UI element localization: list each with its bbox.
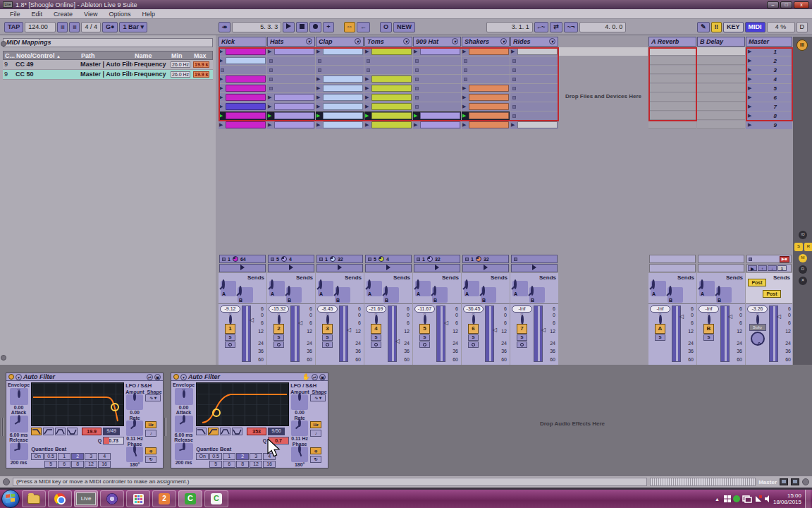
- solo-button[interactable]: S: [703, 334, 714, 341]
- clip[interactable]: [226, 112, 266, 119]
- clip-stop-icon[interactable]: [512, 114, 516, 118]
- clip-launch-icon[interactable]: ▶: [365, 103, 371, 110]
- clip-stop-icon[interactable]: [415, 68, 419, 72]
- clip[interactable]: [226, 85, 266, 92]
- tray-expand-icon[interactable]: ▲: [715, 497, 720, 502]
- clip[interactable]: [323, 85, 363, 92]
- clip-launch-icon[interactable]: ▶: [511, 48, 517, 55]
- clip-slot[interactable]: [267, 84, 315, 92]
- track-header[interactable]: 909 Hat▾: [413, 37, 461, 47]
- show-detail-view-button[interactable]: [802, 478, 809, 485]
- filter-display[interactable]: [31, 382, 124, 426]
- clip-stop-icon[interactable]: [464, 59, 467, 63]
- clip[interactable]: [323, 121, 363, 128]
- clip-launch-icon[interactable]: ▶: [316, 75, 323, 83]
- taskbar-media-player[interactable]: [100, 490, 124, 507]
- clip-stop-icon[interactable]: [269, 87, 273, 90]
- clip-slot[interactable]: ▶: [219, 56, 266, 65]
- clip-stop-icon[interactable]: [464, 78, 467, 81]
- clip-launch-icon[interactable]: ▶: [219, 75, 226, 83]
- clip-launch-icon[interactable]: ▶: [316, 94, 323, 101]
- scene-play-button[interactable]: ▶: [748, 265, 757, 271]
- track-stop-icon[interactable]: [319, 258, 323, 261]
- track-volume-value[interactable]: -3.26: [747, 306, 768, 313]
- col-note-control[interactable]: Note/Control ▲: [15, 52, 80, 59]
- clip-slot[interactable]: ▶: [462, 84, 510, 92]
- clip-slot[interactable]: [413, 93, 461, 102]
- send-b-knob[interactable]: [336, 286, 339, 296]
- track-stop-icon[interactable]: [417, 258, 420, 261]
- quantize-12[interactable]: 12: [250, 461, 262, 468]
- track-play-row[interactable]: [219, 264, 266, 272]
- quantize-on-button[interactable]: On: [196, 453, 209, 460]
- track-play-row[interactable]: [316, 264, 363, 272]
- scene-launch-icon[interactable]: ▶: [748, 66, 754, 73]
- clip-launch-icon[interactable]: ▶: [365, 75, 371, 83]
- shape-chooser[interactable]: ∿ ▾: [145, 394, 161, 401]
- col-path[interactable]: Path: [80, 52, 133, 59]
- clip-slot[interactable]: ▶: [413, 47, 461, 56]
- scene-slot[interactable]: ▶6: [746, 93, 792, 102]
- clip-launch-icon[interactable]: ▶: [219, 94, 226, 101]
- volume-fader-handle[interactable]: ◁: [347, 328, 361, 332]
- clip[interactable]: [420, 112, 460, 119]
- send-b-knob[interactable]: [385, 286, 388, 296]
- clip-stop-icon[interactable]: [512, 96, 516, 99]
- lfo-phase-knob[interactable]: [133, 445, 136, 453]
- clip[interactable]: [274, 94, 314, 101]
- volume-fader-handle[interactable]: ◁: [493, 328, 507, 332]
- record-button[interactable]: [309, 22, 321, 32]
- track-play-row[interactable]: [365, 264, 412, 272]
- clip-slot[interactable]: [462, 56, 510, 65]
- track-menu-icon[interactable]: ▾: [549, 38, 555, 44]
- arm-button[interactable]: [322, 341, 333, 348]
- clip-launch-icon[interactable]: ▶: [365, 94, 371, 101]
- clip-launch-icon[interactable]: ▶: [365, 112, 371, 119]
- clip-slot[interactable]: [510, 93, 558, 102]
- scene-slot[interactable]: ▶9: [746, 121, 792, 129]
- clip-stop-icon[interactable]: [415, 59, 419, 63]
- device-on-button[interactable]: [8, 374, 14, 380]
- show-track-delay-button[interactable]: D: [799, 265, 807, 274]
- clip-slot[interactable]: ▶: [316, 84, 364, 92]
- capture-new-button[interactable]: NEW: [393, 22, 415, 32]
- scene-launch-icon[interactable]: ▶: [748, 112, 754, 119]
- track-activator-button[interactable]: 7: [517, 324, 527, 334]
- quantize-on-button[interactable]: On: [31, 453, 44, 460]
- q-value[interactable]: 0.73: [103, 437, 124, 445]
- clip-slot[interactable]: ▶: [219, 47, 266, 56]
- pan-knob[interactable]: [756, 315, 759, 325]
- solo-button[interactable]: S: [468, 334, 479, 341]
- quantize-5[interactable]: 5: [209, 461, 222, 468]
- attack-knob[interactable]: [18, 415, 20, 423]
- clip-slot[interactable]: ▶: [316, 93, 364, 102]
- scene-launch-icon[interactable]: ▶: [748, 48, 754, 55]
- clip-stop-icon[interactable]: [367, 59, 370, 63]
- clip-slot[interactable]: [413, 75, 461, 83]
- rate-hz-toggle[interactable]: Hz: [145, 421, 156, 428]
- quantize-1[interactable]: 1: [58, 453, 70, 460]
- clip-launch-icon[interactable]: ▶: [462, 94, 469, 101]
- clip-slot[interactable]: [510, 56, 558, 65]
- show-mixer-button[interactable]: M: [799, 254, 807, 262]
- clip-slot[interactable]: ▶: [316, 111, 364, 120]
- start-button[interactable]: [1, 490, 20, 508]
- pan-knob[interactable]: [375, 315, 378, 325]
- arrangement-position[interactable]: 5. 3. 3: [232, 22, 281, 32]
- solo-button[interactable]: S: [322, 334, 333, 341]
- solo-button[interactable]: S: [225, 334, 235, 341]
- clip-slot[interactable]: ▶: [364, 75, 412, 83]
- clip-stop-icon[interactable]: [367, 68, 370, 72]
- scene-slot[interactable]: ▶4: [746, 75, 792, 83]
- clip-slot[interactable]: [364, 66, 412, 74]
- clip-stop-icon[interactable]: [512, 87, 516, 90]
- release-knob[interactable]: [183, 442, 185, 450]
- clip-launch-icon[interactable]: ▶: [365, 121, 371, 128]
- clip-slot[interactable]: [510, 102, 558, 111]
- pan-knob[interactable]: [472, 315, 475, 325]
- track-play-row[interactable]: [268, 264, 314, 272]
- clip-slot[interactable]: ▶: [267, 47, 315, 56]
- spin-mode-toggle[interactable]: ↻: [145, 456, 156, 463]
- send-b-knob[interactable]: [718, 286, 720, 296]
- clip-launch-icon[interactable]: ▶: [268, 112, 274, 119]
